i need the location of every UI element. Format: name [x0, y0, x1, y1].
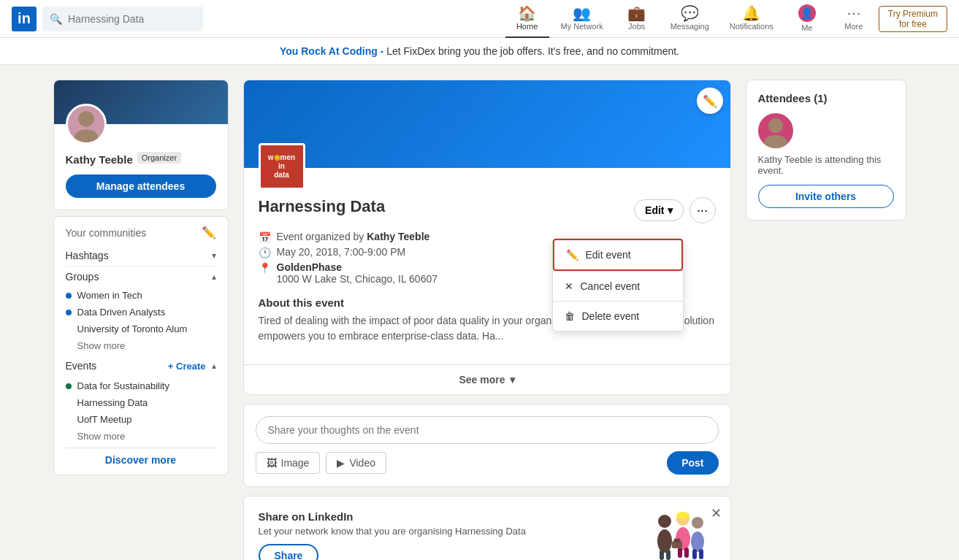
venue-address: 1000 W Lake St, Chicago, IL 60607: [277, 273, 438, 285]
svg-rect-11: [684, 548, 689, 558]
events-label: Events: [66, 360, 97, 372]
discover-more-link[interactable]: Discover more: [66, 448, 216, 466]
nav-item-jobs[interactable]: 💼 Jobs: [615, 0, 659, 38]
venue-name: GoldenPhase: [277, 261, 438, 273]
group-item-toronto-alum[interactable]: University of Toronto Alum: [66, 321, 216, 337]
attendee-description: Kathy Teeble is attending this event.: [758, 154, 894, 176]
nav-item-more[interactable]: ⋯ More: [832, 0, 876, 38]
image-icon: 🖼: [267, 457, 277, 469]
group-name-2: Data Driven Analysts: [77, 307, 166, 318]
main-content: w◉men in data ✏️ Harnessing Data Edit: [243, 80, 731, 560]
nav-label-messaging: Messaging: [670, 22, 709, 31]
events-show-more[interactable]: Show more: [77, 428, 216, 445]
nav-item-home[interactable]: 🏠 Home: [505, 0, 549, 38]
video-upload-button[interactable]: ▶ Video: [326, 452, 386, 474]
cancel-event-menu-item[interactable]: ✕ Cancel event: [553, 272, 683, 301]
organizer-badge: Organizer: [137, 152, 181, 164]
edit-chevron-icon: ▾: [668, 204, 673, 216]
delete-event-icon: 🗑: [565, 310, 575, 322]
event-dot-2: [66, 400, 72, 406]
svg-point-16: [676, 512, 689, 519]
share-close-button[interactable]: ✕: [711, 505, 722, 521]
post-box: 🖼 Image ▶ Video Post: [243, 404, 731, 487]
communities-title: Your communities: [66, 227, 147, 239]
hashtags-label: Hashtags: [66, 250, 109, 261]
attendee-avatar: [758, 113, 793, 148]
navbar: in 🔍 🏠 Home 👥 My Network 💼 Jobs 💬 Messag…: [0, 0, 959, 38]
event-logo-text: w◉men in data: [268, 153, 295, 180]
delete-event-label: Delete event: [582, 310, 640, 322]
see-more-button[interactable]: See more ▾: [244, 364, 730, 394]
nav-item-messaging[interactable]: 💬 Messaging: [662, 0, 718, 38]
svg-point-6: [692, 517, 703, 529]
svg-point-18: [764, 135, 787, 148]
group-item-women-in-tech[interactable]: Women in Tech: [66, 287, 216, 304]
notifications-icon: 🔔: [742, 6, 760, 20]
manage-attendees-button[interactable]: Manage attendees: [66, 174, 216, 198]
linkedin-logo[interactable]: in: [12, 7, 37, 31]
search-input[interactable]: [68, 13, 196, 25]
edit-event-icon: ✏️: [566, 249, 578, 261]
svg-rect-9: [666, 550, 670, 560]
attendees-title: Attendees (1): [758, 92, 894, 104]
share-card: Share on LinkedIn Let your network know …: [243, 496, 731, 560]
svg-point-7: [691, 532, 704, 552]
calendar-icon: 📅: [259, 231, 271, 243]
image-upload-button[interactable]: 🖼 Image: [256, 452, 321, 474]
delete-event-menu-item[interactable]: 🗑 Delete event: [553, 302, 683, 331]
svg-rect-8: [660, 550, 664, 560]
profile-info: Kathy Teeble Organizer Manage attendees: [54, 124, 228, 210]
edit-event-menu-item[interactable]: ✏️ Edit event: [553, 239, 683, 271]
attendee-item: [758, 113, 894, 148]
search-icon: 🔍: [50, 13, 62, 25]
groups-show-more[interactable]: Show more: [77, 337, 216, 354]
events-header: Events + Create ▴: [66, 354, 216, 377]
communities-panel: Your communities ✏️ Hashtags ▾ Groups ▴ …: [53, 216, 229, 475]
hashtags-section[interactable]: Hashtags ▾: [66, 245, 216, 266]
more-icon: ⋯: [847, 6, 861, 20]
events-create-button[interactable]: + Create: [168, 361, 206, 372]
more-options-button[interactable]: ···: [689, 197, 716, 223]
video-label: Video: [349, 457, 375, 469]
nav-label-me: Me: [801, 23, 812, 32]
groups-label: Groups: [66, 271, 99, 283]
premium-label: Try Premium: [888, 9, 938, 19]
search-bar[interactable]: 🔍: [42, 7, 203, 31]
event-organizer-text: Event organized by Kathy Teeble: [277, 231, 430, 242]
group-name-3: University of Toronto Alum: [77, 323, 188, 334]
event-dot-3: [66, 417, 72, 423]
event-item-uoft-meetup[interactable]: UofT Meetup: [66, 411, 216, 428]
post-thoughts-input[interactable]: [256, 416, 719, 444]
post-button[interactable]: Post: [667, 451, 718, 475]
svg-point-2: [658, 515, 671, 528]
event-item-harnessing-data[interactable]: Harnessing Data: [66, 394, 216, 411]
premium-button[interactable]: Try Premium for free: [879, 6, 947, 32]
group-dot-1: [66, 293, 72, 299]
cancel-event-label: Cancel event: [581, 280, 641, 292]
groups-chevron: ▴: [212, 272, 216, 282]
clock-icon: 🕐: [259, 247, 271, 258]
edit-event-dropdown-button[interactable]: Edit ▾: [634, 199, 683, 221]
nav-item-me[interactable]: 👤 Me: [785, 0, 829, 38]
nav-item-notifications[interactable]: 🔔 Notifications: [721, 0, 782, 38]
edit-communities-icon[interactable]: ✏️: [202, 226, 216, 239]
group-item-data-driven[interactable]: Data Driven Analysts: [66, 304, 216, 321]
svg-rect-15: [674, 539, 680, 542]
event-edit-pencil-button[interactable]: ✏️: [697, 88, 723, 114]
svg-point-0: [78, 111, 93, 126]
profile-avatar: [66, 104, 107, 145]
cancel-event-icon: ✕: [565, 280, 573, 292]
group-name-1: Women in Tech: [77, 290, 142, 301]
sidebar: Kathy Teeble Organizer Manage attendees …: [53, 80, 229, 475]
event-item-data-sustainability[interactable]: Data for Sustainability: [66, 377, 216, 394]
event-title-row: Harnessing Data Edit ▾ ···: [259, 197, 716, 223]
edit-event-label: Edit event: [586, 249, 631, 261]
attendees-panel: Attendees (1) Kathy Teeble is attending …: [746, 80, 906, 220]
location-icon: 📍: [259, 262, 271, 274]
network-icon: 👥: [573, 6, 591, 20]
invite-others-button[interactable]: Invite others: [758, 185, 894, 208]
nav-item-my-network[interactable]: 👥 My Network: [552, 0, 612, 38]
groups-section[interactable]: Groups ▴: [66, 266, 216, 287]
promo-link[interactable]: You Rock At Coding -: [280, 45, 383, 57]
share-button[interactable]: Share: [259, 544, 319, 561]
